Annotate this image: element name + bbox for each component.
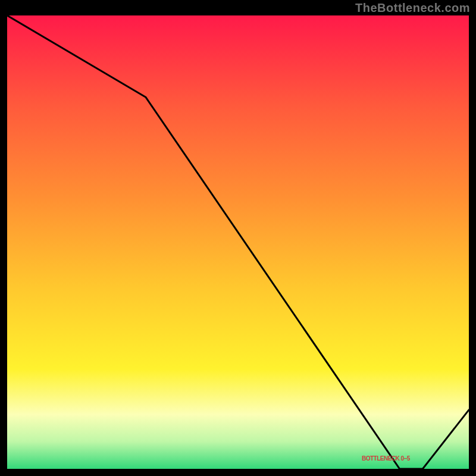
gradient-background (7, 15, 469, 469)
plot-area: BOTTLENECK 0–5 (7, 15, 469, 469)
chart-frame: TheBottleneck.com (0, 0, 476, 476)
watermark-label: TheBottleneck.com (355, 1, 470, 15)
bottleneck-chart (7, 15, 469, 469)
bottleneck-annotation: BOTTLENECK 0–5 (362, 456, 410, 462)
